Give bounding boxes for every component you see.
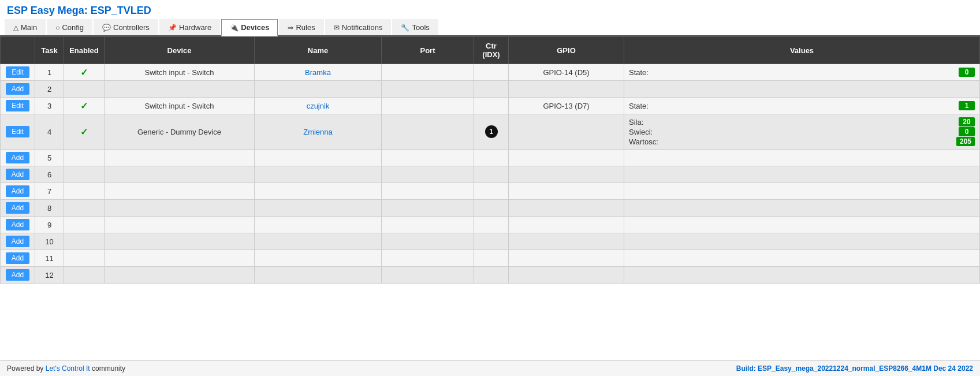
nav-tab-controllers[interactable]: 💬Controllers — [94, 19, 158, 35]
cell-device — [105, 81, 255, 98]
rules-tab-icon: ⇒ — [288, 24, 293, 32]
footer-link[interactable]: Let's Control It — [46, 364, 90, 373]
cell-values — [624, 250, 980, 267]
config-tab-icon: ○ — [55, 24, 59, 32]
nav-tab-label-hardware: Hardware — [179, 23, 211, 32]
value-row: State:0 — [629, 68, 975, 77]
value-badge: 20 — [959, 117, 975, 126]
cell-enabled — [64, 150, 105, 166]
cell-action: Edit — [1, 98, 35, 114]
cell-device — [105, 267, 255, 284]
col-ctr: Ctr(IDX) — [474, 37, 509, 64]
cell-device — [105, 233, 255, 250]
cell-name — [255, 267, 382, 284]
cell-values — [624, 233, 980, 250]
cell-enabled: ✓ — [64, 98, 105, 114]
cell-device — [105, 250, 255, 267]
cell-ctr: 1 — [474, 114, 509, 150]
page-title: ESP Easy Mega: ESP_TVLED — [7, 5, 973, 17]
cell-task: 2 — [35, 81, 64, 98]
cell-port — [382, 114, 474, 150]
cell-port — [382, 166, 474, 183]
add-button[interactable]: Add — [6, 269, 29, 281]
edit-button[interactable]: Edit — [6, 100, 29, 111]
table-row: Add5 — [1, 150, 980, 166]
cell-port — [382, 233, 474, 250]
cell-action: Add — [1, 200, 35, 217]
cell-enabled — [64, 166, 105, 183]
add-button[interactable]: Add — [6, 185, 29, 197]
table-row: Add2 — [1, 81, 980, 98]
add-button[interactable]: Add — [6, 252, 29, 264]
nav-tab-label-tools: Tools — [412, 23, 429, 32]
main-content: Task Enabled Device Name Port Ctr(IDX) G… — [0, 36, 980, 360]
value-label: Wartosc: — [629, 137, 658, 146]
main-tab-icon: △ — [13, 24, 18, 32]
cell-values — [624, 81, 980, 98]
cell-name: Zmienna — [255, 114, 382, 150]
nav-tab-notifications[interactable]: ✉Notifications — [325, 19, 392, 35]
cell-enabled: ✓ — [64, 114, 105, 150]
cell-name: czujnik — [255, 98, 382, 114]
nav-tab-tools[interactable]: 🔧Tools — [392, 19, 438, 35]
cell-action: Add — [1, 217, 35, 233]
add-button[interactable]: Add — [6, 202, 29, 214]
add-button[interactable]: Add — [6, 169, 29, 180]
value-badge: 0 — [959, 68, 975, 77]
nav-tab-devices[interactable]: 🔌Devices — [221, 19, 278, 36]
devices-tab-icon: 🔌 — [230, 24, 239, 32]
nav-tab-main[interactable]: △Main — [5, 19, 46, 35]
cell-device — [105, 217, 255, 233]
nav-tab-hardware[interactable]: 📌Hardware — [159, 19, 220, 35]
enabled-checkmark: ✓ — [80, 68, 88, 77]
cell-port — [382, 64, 474, 81]
cell-values — [624, 200, 980, 217]
cell-task: 4 — [35, 114, 64, 150]
add-button[interactable]: Add — [6, 83, 29, 95]
cell-task: 6 — [35, 166, 64, 183]
table-row: Edit3✓Switch input - SwitchczujnikGPIO-1… — [1, 98, 980, 114]
cell-values — [624, 267, 980, 284]
footer-left: Powered by Let's Control It community — [7, 364, 125, 373]
cell-values — [624, 166, 980, 183]
page-footer: Powered by Let's Control It community Bu… — [0, 360, 980, 376]
edit-button[interactable]: Edit — [6, 126, 29, 137]
cell-ctr — [474, 200, 509, 217]
cell-gpio — [509, 114, 624, 150]
cell-device — [105, 200, 255, 217]
cell-gpio — [509, 250, 624, 267]
cell-device — [105, 183, 255, 200]
value-badge: 205 — [956, 137, 975, 146]
cell-values — [624, 150, 980, 166]
cell-ctr — [474, 250, 509, 267]
notifications-tab-icon: ✉ — [334, 24, 340, 32]
cell-enabled: ✓ — [64, 64, 105, 81]
cell-port — [382, 81, 474, 98]
value-label: State: — [629, 68, 649, 77]
add-button[interactable]: Add — [6, 152, 29, 163]
value-label: State: — [629, 102, 649, 110]
nav-tab-rules[interactable]: ⇒Rules — [279, 19, 323, 35]
cell-ctr — [474, 64, 509, 81]
edit-button[interactable]: Edit — [6, 66, 29, 78]
cell-gpio — [509, 166, 624, 183]
add-button[interactable]: Add — [6, 219, 29, 230]
cell-enabled — [64, 233, 105, 250]
table-row: Edit1✓Switch input - SwitchBramkaGPIO-14… — [1, 64, 980, 81]
cell-gpio — [509, 81, 624, 98]
enabled-checkmark: ✓ — [80, 127, 88, 137]
table-header-row: Task Enabled Device Name Port Ctr(IDX) G… — [1, 37, 980, 64]
page-header: ESP Easy Mega: ESP_TVLED — [0, 0, 980, 19]
table-row: Add8 — [1, 200, 980, 217]
nav-tab-config[interactable]: ○Config — [47, 19, 92, 35]
add-button[interactable]: Add — [6, 236, 29, 247]
cell-values: State:0 — [624, 64, 980, 81]
table-row: Add10 — [1, 233, 980, 250]
cell-task: 5 — [35, 150, 64, 166]
tools-tab-icon: 🔧 — [401, 24, 409, 32]
controllers-tab-icon: 💬 — [102, 24, 111, 32]
cell-action: Add — [1, 150, 35, 166]
cell-values: Sila:20Swieci:0Wartosc:205 — [624, 114, 980, 150]
cell-action: Add — [1, 267, 35, 284]
cell-task: 11 — [35, 250, 64, 267]
